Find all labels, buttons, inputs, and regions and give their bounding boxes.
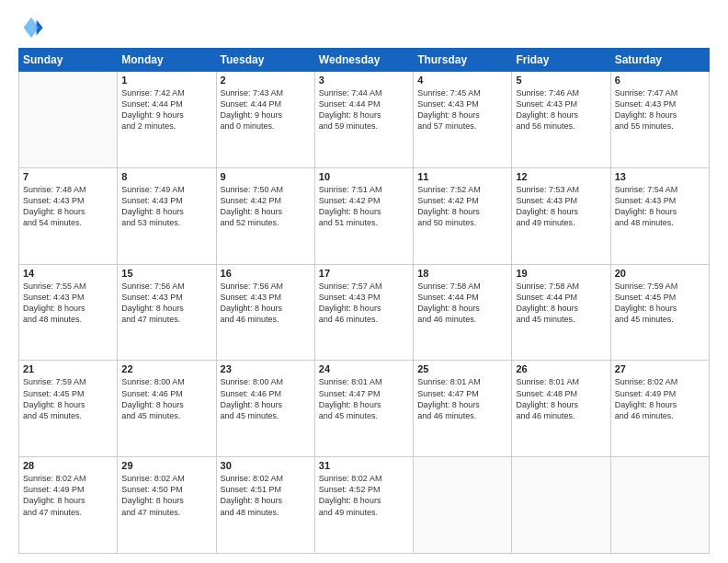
cell-info: Sunrise: 7:45 AM Sunset: 4:43 PM Dayligh… <box>417 87 507 132</box>
cell-info: Sunrise: 7:56 AM Sunset: 4:43 PM Dayligh… <box>221 281 311 326</box>
cell-info: Sunrise: 7:57 AM Sunset: 4:43 PM Dayligh… <box>319 281 409 326</box>
calendar-cell <box>414 457 512 554</box>
calendar-cell: 16Sunrise: 7:56 AM Sunset: 4:43 PM Dayli… <box>216 264 314 361</box>
calendar-cell: 12Sunrise: 7:53 AM Sunset: 4:43 PM Dayli… <box>512 167 610 264</box>
calendar-header-row: SundayMondayTuesdayWednesdayThursdayFrid… <box>19 49 710 72</box>
day-number: 2 <box>221 75 311 86</box>
cell-info: Sunrise: 7:44 AM Sunset: 4:44 PM Dayligh… <box>319 87 409 132</box>
calendar-cell: 13Sunrise: 7:54 AM Sunset: 4:43 PM Dayli… <box>610 167 709 264</box>
calendar-cell: 18Sunrise: 7:58 AM Sunset: 4:44 PM Dayli… <box>414 264 512 361</box>
calendar-table: SundayMondayTuesdayWednesdayThursdayFrid… <box>18 48 710 554</box>
day-number: 4 <box>417 75 507 86</box>
day-number: 1 <box>121 75 211 86</box>
logo-icon <box>18 15 44 40</box>
calendar-cell: 7Sunrise: 7:48 AM Sunset: 4:43 PM Daylig… <box>19 167 118 264</box>
cell-info: Sunrise: 7:58 AM Sunset: 4:44 PM Dayligh… <box>516 281 606 326</box>
calendar-cell: 8Sunrise: 7:49 AM Sunset: 4:43 PM Daylig… <box>118 167 216 264</box>
calendar-cell: 31Sunrise: 8:02 AM Sunset: 4:52 PM Dayli… <box>314 457 413 554</box>
cell-info: Sunrise: 7:52 AM Sunset: 4:42 PM Dayligh… <box>417 184 507 229</box>
calendar-cell: 25Sunrise: 8:01 AM Sunset: 4:47 PM Dayli… <box>414 361 512 457</box>
col-header-wednesday: Wednesday <box>314 49 413 72</box>
col-header-friday: Friday <box>512 49 610 72</box>
calendar-cell: 21Sunrise: 7:59 AM Sunset: 4:45 PM Dayli… <box>19 361 118 457</box>
cell-info: Sunrise: 7:51 AM Sunset: 4:42 PM Dayligh… <box>319 184 409 229</box>
cell-info: Sunrise: 7:47 AM Sunset: 4:43 PM Dayligh… <box>615 87 705 132</box>
day-number: 22 <box>121 363 211 374</box>
calendar-cell: 20Sunrise: 7:59 AM Sunset: 4:45 PM Dayli… <box>610 264 709 361</box>
calendar-cell: 6Sunrise: 7:47 AM Sunset: 4:43 PM Daylig… <box>610 72 709 168</box>
calendar-cell: 28Sunrise: 8:02 AM Sunset: 4:49 PM Dayli… <box>19 457 118 554</box>
day-number: 19 <box>516 268 606 279</box>
cell-info: Sunrise: 7:50 AM Sunset: 4:42 PM Dayligh… <box>221 184 311 229</box>
calendar-cell: 14Sunrise: 7:55 AM Sunset: 4:43 PM Dayli… <box>19 264 118 361</box>
calendar-cell: 10Sunrise: 7:51 AM Sunset: 4:42 PM Dayli… <box>314 167 413 264</box>
calendar-cell: 19Sunrise: 7:58 AM Sunset: 4:44 PM Dayli… <box>512 264 610 361</box>
day-number: 28 <box>23 460 113 471</box>
day-number: 31 <box>319 460 409 471</box>
calendar-week-row: 1Sunrise: 7:42 AM Sunset: 4:44 PM Daylig… <box>19 72 710 168</box>
calendar-cell: 2Sunrise: 7:43 AM Sunset: 4:44 PM Daylig… <box>216 72 314 168</box>
calendar-week-row: 28Sunrise: 8:02 AM Sunset: 4:49 PM Dayli… <box>19 457 710 554</box>
cell-info: Sunrise: 7:56 AM Sunset: 4:43 PM Dayligh… <box>121 281 211 326</box>
day-number: 8 <box>121 171 211 182</box>
cell-info: Sunrise: 7:59 AM Sunset: 4:45 PM Dayligh… <box>23 376 113 421</box>
calendar-cell: 11Sunrise: 7:52 AM Sunset: 4:42 PM Dayli… <box>414 167 512 264</box>
day-number: 9 <box>221 171 311 182</box>
calendar-cell: 24Sunrise: 8:01 AM Sunset: 4:47 PM Dayli… <box>314 361 413 457</box>
col-header-thursday: Thursday <box>414 49 512 72</box>
cell-info: Sunrise: 8:00 AM Sunset: 4:46 PM Dayligh… <box>121 376 211 421</box>
day-number: 21 <box>23 363 113 374</box>
col-header-sunday: Sunday <box>19 49 118 72</box>
calendar-cell: 15Sunrise: 7:56 AM Sunset: 4:43 PM Dayli… <box>118 264 216 361</box>
day-number: 23 <box>221 363 311 374</box>
day-number: 30 <box>221 460 311 471</box>
calendar-cell: 17Sunrise: 7:57 AM Sunset: 4:43 PM Dayli… <box>314 264 413 361</box>
calendar-cell: 3Sunrise: 7:44 AM Sunset: 4:44 PM Daylig… <box>314 72 413 168</box>
day-number: 20 <box>615 268 705 279</box>
day-number: 27 <box>615 363 705 374</box>
cell-info: Sunrise: 8:01 AM Sunset: 4:48 PM Dayligh… <box>516 376 606 421</box>
calendar-cell: 27Sunrise: 8:02 AM Sunset: 4:49 PM Dayli… <box>610 361 709 457</box>
day-number: 5 <box>516 75 606 86</box>
day-number: 18 <box>417 268 507 279</box>
col-header-monday: Monday <box>118 49 216 72</box>
calendar-week-row: 14Sunrise: 7:55 AM Sunset: 4:43 PM Dayli… <box>19 264 710 361</box>
cell-info: Sunrise: 8:02 AM Sunset: 4:49 PM Dayligh… <box>615 376 705 421</box>
calendar-week-row: 7Sunrise: 7:48 AM Sunset: 4:43 PM Daylig… <box>19 167 710 264</box>
day-number: 13 <box>615 171 705 182</box>
cell-info: Sunrise: 8:02 AM Sunset: 4:51 PM Dayligh… <box>221 473 311 518</box>
cell-info: Sunrise: 8:01 AM Sunset: 4:47 PM Dayligh… <box>417 376 507 421</box>
cell-info: Sunrise: 7:42 AM Sunset: 4:44 PM Dayligh… <box>121 87 211 132</box>
calendar-cell: 5Sunrise: 7:46 AM Sunset: 4:43 PM Daylig… <box>512 72 610 168</box>
calendar-cell: 9Sunrise: 7:50 AM Sunset: 4:42 PM Daylig… <box>216 167 314 264</box>
day-number: 16 <box>221 268 311 279</box>
cell-info: Sunrise: 7:48 AM Sunset: 4:43 PM Dayligh… <box>23 184 113 229</box>
cell-info: Sunrise: 7:55 AM Sunset: 4:43 PM Dayligh… <box>23 281 113 326</box>
calendar-cell <box>610 457 709 554</box>
day-number: 25 <box>417 363 507 374</box>
cell-info: Sunrise: 7:59 AM Sunset: 4:45 PM Dayligh… <box>615 281 705 326</box>
day-number: 6 <box>615 75 705 86</box>
day-number: 14 <box>23 268 113 279</box>
cell-info: Sunrise: 8:00 AM Sunset: 4:46 PM Dayligh… <box>221 376 311 421</box>
cell-info: Sunrise: 7:43 AM Sunset: 4:44 PM Dayligh… <box>221 87 311 132</box>
calendar-cell: 23Sunrise: 8:00 AM Sunset: 4:46 PM Dayli… <box>216 361 314 457</box>
calendar-cell <box>512 457 610 554</box>
cell-info: Sunrise: 8:02 AM Sunset: 4:49 PM Dayligh… <box>23 473 113 518</box>
day-number: 11 <box>417 171 507 182</box>
day-number: 17 <box>319 268 409 279</box>
calendar-week-row: 21Sunrise: 7:59 AM Sunset: 4:45 PM Dayli… <box>19 361 710 457</box>
calendar-cell: 1Sunrise: 7:42 AM Sunset: 4:44 PM Daylig… <box>118 72 216 168</box>
day-number: 12 <box>516 171 606 182</box>
col-header-tuesday: Tuesday <box>216 49 314 72</box>
page: SundayMondayTuesdayWednesdayThursdayFrid… <box>0 0 728 563</box>
calendar-cell <box>19 72 118 168</box>
day-number: 7 <box>23 171 113 182</box>
cell-info: Sunrise: 8:02 AM Sunset: 4:50 PM Dayligh… <box>121 473 211 518</box>
header <box>18 15 710 40</box>
cell-info: Sunrise: 7:58 AM Sunset: 4:44 PM Dayligh… <box>417 281 507 326</box>
calendar-cell: 26Sunrise: 8:01 AM Sunset: 4:48 PM Dayli… <box>512 361 610 457</box>
col-header-saturday: Saturday <box>610 49 709 72</box>
cell-info: Sunrise: 7:54 AM Sunset: 4:43 PM Dayligh… <box>615 184 705 229</box>
cell-info: Sunrise: 8:02 AM Sunset: 4:52 PM Dayligh… <box>319 473 409 518</box>
